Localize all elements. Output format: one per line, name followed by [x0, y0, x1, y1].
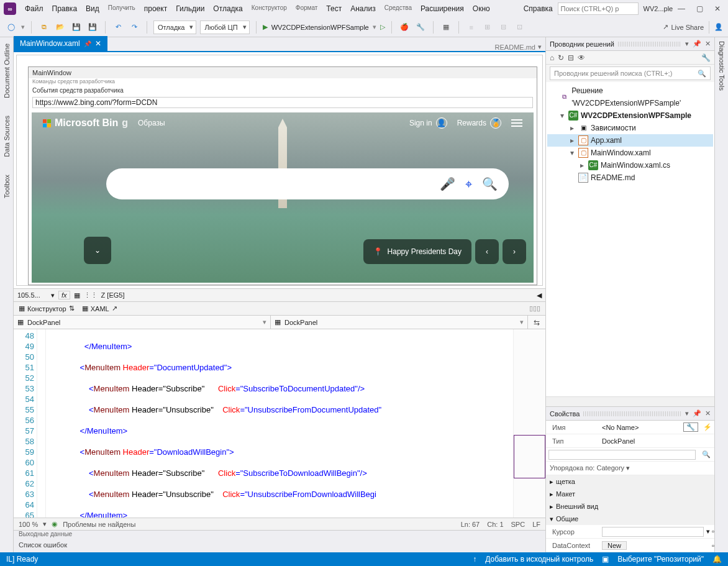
tab-diagnostics[interactable]: Diagnostic Tools [718, 41, 726, 91]
menu-git[interactable]: Получить [104, 3, 139, 14]
title-search[interactable]: Поиск (CTRL+Q) р [558, 2, 639, 15]
close-icon[interactable]: ✕ [714, 4, 721, 13]
menu-window[interactable]: Окно [469, 3, 494, 14]
preview-urlbar[interactable]: https://www2.bing.com/?form=DCDN [32, 97, 533, 108]
solution-root[interactable]: Решение 'WV2CDPExtensionWPFSample' [571, 84, 711, 109]
bing-searchbar[interactable]: 🎤 ⌖ 🔍 [106, 168, 509, 199]
tree-project[interactable]: WV2CDPExtensionWPFSample [581, 109, 691, 122]
menu-tools[interactable]: Средства [381, 3, 416, 14]
tab-mainwindow[interactable]: MainWindow.xaml 📌 ✕ [14, 36, 107, 51]
cursor-combo[interactable] [602, 527, 704, 537]
solution-hscroll[interactable] [546, 396, 714, 406]
viewtab-designer[interactable]: ▦ Конструктор ⇅ [19, 304, 75, 313]
zoom-combo[interactable]: 105.5... [17, 291, 47, 299]
mic-icon[interactable]: 🎤 [440, 176, 455, 191]
lens-icon[interactable]: ⌖ [465, 177, 472, 191]
tree-mainwindow-cs[interactable]: MainWindow.xaml.cs [601, 159, 670, 171]
menu-project[interactable]: проект [140, 3, 171, 14]
menu-format[interactable]: Формат [292, 3, 322, 14]
sync-icon[interactable]: ↻ [558, 53, 564, 62]
new-project-icon[interactable]: ⧉ [38, 21, 50, 34]
search-icon[interactable]: 🔍 [482, 176, 498, 191]
redo-icon[interactable]: ↷ [128, 21, 140, 34]
cat-appearance[interactable]: ▸Внешний вид [546, 500, 714, 513]
config-combo[interactable]: Отладка [153, 21, 196, 34]
breadcrumb-b[interactable]: ▦ DockPanel [271, 316, 528, 329]
liveshare-icon[interactable]: ↗ [663, 23, 668, 31]
align-icon-4[interactable]: ⊡ [514, 21, 526, 34]
tab-readme[interactable]: README.md [495, 43, 535, 51]
viewtab-xaml[interactable]: ▦ XAML ↗ [82, 304, 117, 313]
expand-icon[interactable]: ⌄ [84, 237, 111, 264]
collapse-icon[interactable]: ⊟ [568, 53, 574, 62]
start-label[interactable]: WV2CDPExtensionWPFSample [271, 24, 369, 31]
pin-icon[interactable]: 📌 [693, 409, 701, 418]
menu-debug[interactable]: Отладка [209, 3, 246, 14]
tab-toolbox[interactable]: Toolbox [2, 172, 12, 201]
saveall-icon[interactable]: 💾 [86, 21, 99, 34]
lf-label[interactable]: LF [532, 521, 540, 528]
start-icon[interactable]: ▶ [263, 23, 268, 31]
split-icon[interactable]: ⇆ [528, 316, 545, 329]
tool-icon-1[interactable]: 🍎 [398, 21, 411, 34]
add-source-control[interactable]: Добавить в исходный контроль [485, 555, 593, 564]
menu-file[interactable]: Файл [21, 3, 47, 14]
home-icon[interactable]: ⌂ [550, 53, 554, 62]
back-icon[interactable]: ◯ [5, 21, 17, 34]
tree-appxaml[interactable]: App.xaml [591, 134, 622, 147]
showall-icon[interactable]: 👁 [578, 53, 585, 62]
code-editor[interactable]: 4849505152535455565758596061626364656667… [14, 329, 545, 518]
hamburger-icon[interactable] [511, 119, 522, 127]
user-icon[interactable]: 👤 [436, 117, 447, 129]
spc-label[interactable]: SPC [511, 521, 526, 528]
breadcrumb-a[interactable]: ▦ DockPanel [14, 316, 271, 329]
tab-close-icon[interactable]: ✕ [95, 39, 101, 48]
signin-label[interactable]: Sign in [409, 119, 432, 127]
tabstrip-overflow-icon[interactable]: ▾ [538, 43, 542, 51]
caption-chip[interactable]: 📍 Happy Presidents Day [363, 239, 471, 264]
dropdown-icon[interactable]: ▾ [685, 40, 689, 48]
account-icon[interactable]: 👤 [714, 23, 723, 31]
prop-search[interactable] [548, 450, 696, 460]
tab-data-sources[interactable]: Data Sources [2, 113, 12, 160]
minimize-icon[interactable]: — [678, 4, 685, 13]
menu-analyze[interactable]: Анализ [347, 3, 380, 14]
prop-name-val[interactable]: <No Name> [602, 424, 683, 431]
snap-icon[interactable]: ⋮⋮ [84, 291, 98, 299]
tool-icon-2[interactable]: 🔧 [414, 21, 427, 34]
align-icon-2[interactable]: ⊞ [481, 21, 494, 34]
cat-brush[interactable]: ▸щетка [546, 475, 714, 488]
pin-icon[interactable]: 📌 [693, 40, 701, 48]
tree-readme[interactable]: README.md [591, 171, 635, 184]
tree-deps[interactable]: Зависимости [591, 122, 636, 134]
menu-edit[interactable]: Правка [48, 3, 81, 14]
bing-images-link[interactable]: Образы [138, 119, 165, 127]
errorlist-strip[interactable]: Список ошибок [14, 541, 545, 552]
maximize-icon[interactable]: ▢ [696, 4, 703, 13]
menu-view[interactable]: Вид [82, 3, 103, 14]
zoom-level[interactable]: 100 % [19, 521, 38, 528]
next-icon[interactable]: › [503, 239, 526, 264]
new-button[interactable]: New [602, 541, 627, 550]
select-repo[interactable]: Выберите "Репозиторий" [617, 555, 704, 564]
pin-icon[interactable]: 📌 [84, 40, 91, 47]
align-icon-1[interactable]: ≡ [465, 21, 478, 34]
close-icon[interactable]: ✕ [705, 40, 711, 48]
tab-doc-outline[interactable]: Document Outline [2, 41, 12, 101]
tree-mainwindow[interactable]: MainWindow.xaml [591, 147, 651, 159]
prev-icon[interactable]: ‹ [475, 239, 499, 264]
liveshare-label[interactable]: Live Share [671, 24, 704, 31]
menu-help[interactable]: Справка [520, 3, 557, 14]
source-control-icon[interactable]: ↑ [473, 555, 476, 564]
fold-gutter[interactable] [37, 329, 46, 518]
minimap[interactable] [513, 329, 545, 518]
bell-icon[interactable]: 🔔 [712, 555, 722, 564]
cat-common[interactable]: ▾Общие [546, 513, 714, 525]
tool-icon-3[interactable]: ▦ [440, 21, 452, 34]
menu-test[interactable]: Тест [322, 3, 345, 14]
grid-icon[interactable]: ▦ [74, 291, 80, 299]
platform-combo[interactable]: Любой ЦП [200, 21, 249, 34]
rewards-icon[interactable]: 🏅 [490, 117, 501, 129]
wrench-icon[interactable]: 🔧 [683, 422, 698, 432]
start-nodebug-icon[interactable]: ▷ [380, 23, 385, 31]
